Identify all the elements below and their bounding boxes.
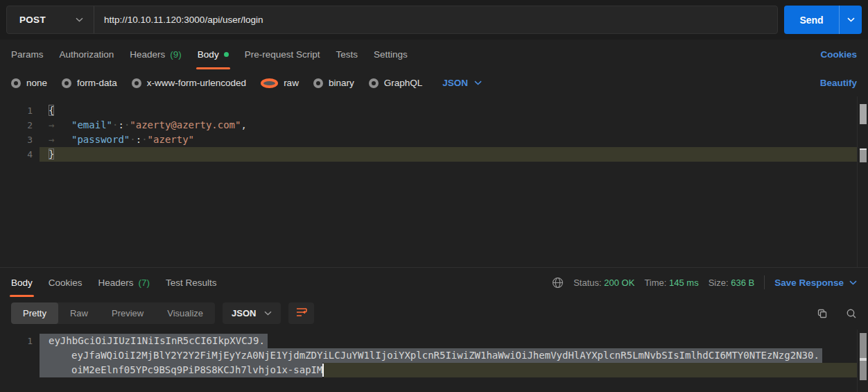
response-tab-headers[interactable]: Headers (7) xyxy=(98,268,150,297)
close-brace: } xyxy=(49,148,54,160)
radio-icon xyxy=(62,78,71,88)
view-pretty[interactable]: Pretty xyxy=(11,302,58,324)
line-number-gutter xyxy=(0,363,40,377)
response-toolbar: Pretty Raw Preview Visualize JSON xyxy=(0,297,868,330)
cookies-link[interactable]: Cookies xyxy=(820,49,857,60)
editor-line: 1 { xyxy=(0,103,868,118)
tab-params[interactable]: Params xyxy=(11,40,44,69)
line-number: 2 xyxy=(0,118,40,133)
request-tabs: Params Authorization Headers (9) Body Pr… xyxy=(0,40,868,69)
json-value: "azerty@azerty.com" xyxy=(130,119,241,130)
globe-icon[interactable] xyxy=(552,277,564,289)
chevron-down-icon xyxy=(264,311,272,316)
size-badge: Size: 636 B xyxy=(709,278,755,288)
headers-count-badge: (9) xyxy=(170,49,182,60)
json-key: "password" xyxy=(71,134,130,145)
view-visualize[interactable]: Visualize xyxy=(155,302,215,324)
raw-language-selector[interactable]: JSON xyxy=(442,78,482,88)
editor-line: 2 →"email"·:·"azerty@azerty.com", xyxy=(0,118,868,133)
request-url-bar: POST http://10.10.11.120:3000/api/user/l… xyxy=(0,0,868,40)
search-icon xyxy=(846,308,857,319)
radio-icon xyxy=(132,78,141,88)
line-number: 1 xyxy=(0,334,40,348)
response-language-selector[interactable]: JSON xyxy=(223,302,281,324)
response-line-wrapped: eyJfaWQiOiI2MjBlY2Y2Y2FiMjEyYzA0NjE1Yjdm… xyxy=(0,348,868,363)
open-brace: { xyxy=(49,105,54,116)
tab-whitespace-marker: → xyxy=(49,118,71,133)
url-input[interactable]: http://10.10.11.120:3000/api/user/login xyxy=(94,6,777,33)
tab-headers[interactable]: Headers (9) xyxy=(130,40,182,69)
tab-body[interactable]: Body xyxy=(198,40,229,69)
tab-prerequest-script[interactable]: Pre-request Script xyxy=(245,40,320,69)
tab-whitespace-marker: → xyxy=(49,133,71,147)
chevron-down-icon xyxy=(849,280,857,285)
time-badge: Time: 145 ms xyxy=(644,278,698,288)
bodytype-urlencoded[interactable]: x-www-form-urlencoded xyxy=(132,78,246,88)
tab-settings[interactable]: Settings xyxy=(374,40,408,69)
chevron-down-icon xyxy=(76,17,83,22)
beautify-link[interactable]: Beautify xyxy=(820,78,857,88)
radio-icon xyxy=(369,78,379,88)
response-line-wrapped: oiM2eElnf05YPc9BSq9PiP8S8KCJh7lvhjo1x-sa… xyxy=(0,363,868,377)
tab-authorization[interactable]: Authorization xyxy=(60,40,114,69)
scrollbar-thumb[interactable] xyxy=(860,333,867,380)
save-response-button[interactable]: Save Response xyxy=(774,278,857,288)
method-selector[interactable]: POST xyxy=(7,6,94,33)
divider xyxy=(764,275,765,289)
jwt-token-part-2: eyJfaWQiOiI2MjBlY2Y2Y2FiMjEyYzA0NjE1Yjdm… xyxy=(40,348,822,363)
modified-dot xyxy=(224,52,229,57)
send-options-button[interactable] xyxy=(839,6,862,34)
copy-icon xyxy=(817,308,828,319)
url-container: POST http://10.10.11.120:3000/api/user/l… xyxy=(6,6,778,34)
chevron-down-icon xyxy=(847,17,855,22)
copy-button[interactable] xyxy=(817,308,828,319)
space-marker: · xyxy=(130,134,135,145)
wrap-text-button[interactable] xyxy=(288,302,314,324)
bodytype-raw[interactable]: raw xyxy=(261,78,299,88)
wrap-text-icon xyxy=(295,307,308,320)
search-button[interactable] xyxy=(846,308,857,319)
scrollbar-thumb[interactable] xyxy=(860,104,867,124)
response-scrollbar[interactable] xyxy=(857,330,868,392)
tab-tests[interactable]: Tests xyxy=(336,40,358,69)
bodytype-graphql[interactable]: GraphQL xyxy=(369,78,423,88)
current-line-marker xyxy=(860,148,867,162)
editor-line: 3 →"password"·:·"azerty" xyxy=(0,133,868,147)
line-number: 3 xyxy=(0,133,40,147)
response-tab-body[interactable]: Body xyxy=(11,268,33,297)
radio-icon xyxy=(11,78,21,88)
request-body-editor[interactable]: 1 { 2 →"email"·:·"azerty@azerty.com", 3 … xyxy=(0,96,868,267)
json-key: "email" xyxy=(71,119,112,130)
json-value: "azerty" xyxy=(148,134,194,145)
jwt-token-part-1: eyJhbGciOiJIUzI1NiIsInR5cCI6IkpXVCJ9. xyxy=(40,334,268,348)
response-tab-cookies[interactable]: Cookies xyxy=(49,268,83,297)
space-marker: · xyxy=(141,134,147,145)
response-view-switcher: Pretty Raw Preview Visualize xyxy=(11,302,215,324)
editor-current-line: 4 } xyxy=(0,147,868,162)
bodytype-none[interactable]: none xyxy=(11,78,47,88)
body-type-row: none form-data x-www-form-urlencoded raw… xyxy=(0,69,868,96)
view-preview[interactable]: Preview xyxy=(100,302,155,324)
current-line-highlight xyxy=(324,363,857,377)
response-headers-count-badge: (7) xyxy=(139,278,150,288)
response-tab-test-results[interactable]: Test Results xyxy=(166,268,217,297)
jwt-token-part-3: oiM2eElnf05YPc9BSq9PiP8S8KCJh7lvhjo1x-sa… xyxy=(40,363,322,377)
send-button[interactable]: Send xyxy=(784,6,839,34)
view-raw[interactable]: Raw xyxy=(58,302,100,324)
response-body-viewer[interactable]: 1 eyJhbGciOiJIUzI1NiIsInR5cCI6IkpXVCJ9. … xyxy=(0,330,868,392)
radio-selected-icon xyxy=(261,78,278,88)
chevron-down-icon xyxy=(474,80,482,85)
editor-scrollbar[interactable] xyxy=(857,96,868,267)
line-number: 1 xyxy=(0,103,40,118)
url-text: http://10.10.11.120:3000/api/user/login xyxy=(104,15,263,25)
radio-icon xyxy=(313,78,323,88)
postman-window: POST http://10.10.11.120:3000/api/user/l… xyxy=(0,0,868,392)
current-line-marker xyxy=(860,358,867,361)
bodytype-form-data[interactable]: form-data xyxy=(62,78,117,88)
line-number: 4 xyxy=(0,147,40,162)
response-action-icons xyxy=(817,308,857,319)
method-label: POST xyxy=(19,15,46,25)
bodytype-binary[interactable]: binary xyxy=(313,78,354,88)
line-number-gutter xyxy=(0,348,40,363)
status-badge: Status: 200 OK xyxy=(573,278,634,288)
